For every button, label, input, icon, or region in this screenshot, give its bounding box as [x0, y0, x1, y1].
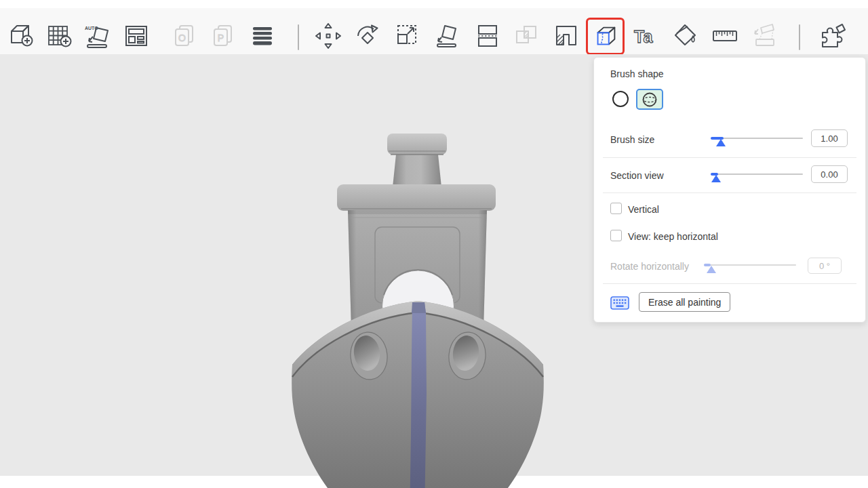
keep-horizontal-checkbox[interactable] — [610, 230, 622, 241]
split-objects-glyph: O — [178, 33, 186, 43]
brush-shape-circle-option[interactable] — [612, 90, 629, 108]
arrange-icon[interactable] — [121, 20, 152, 52]
rotate-horizontally-value[interactable]: 0 ° — [808, 258, 842, 274]
assembly-icon[interactable] — [749, 20, 780, 52]
seam-painting-active-highlight — [586, 18, 625, 55]
split-to-objects-icon[interactable]: O — [170, 20, 201, 52]
section-view-value[interactable]: 0.00 — [811, 165, 848, 183]
text-tool-icon[interactable]: Ta — [631, 20, 662, 52]
benchy-chimney — [387, 134, 447, 187]
vertical-label: Vertical — [628, 204, 659, 215]
split-parts-glyph: P — [218, 33, 224, 43]
variable-layer-height-icon[interactable] — [247, 20, 278, 52]
brush-size-slider[interactable] — [711, 133, 803, 145]
mesh-boolean-icon[interactable] — [511, 20, 542, 52]
rotate-horizontally-label: Rotate horizontally — [610, 261, 689, 272]
circle-brush-icon — [612, 91, 629, 107]
assembly-view-icon[interactable] — [816, 20, 848, 52]
section-view-slider[interactable] — [711, 169, 803, 181]
add-plate-icon[interactable] — [43, 20, 75, 52]
support-painting-icon[interactable] — [551, 20, 582, 52]
keep-horizontal-label: View: keep horizontal — [628, 231, 718, 242]
keyboard-shortcut-icon[interactable] — [610, 296, 629, 310]
toolbar-separator — [799, 24, 800, 50]
brush-shape-label: Brush shape — [610, 68, 664, 79]
seam-painting-icon[interactable] — [590, 21, 621, 52]
measure-icon[interactable] — [709, 20, 741, 52]
split-to-parts-icon[interactable]: P — [208, 20, 239, 52]
benchy-model[interactable] — [277, 122, 557, 488]
auto-orient-icon[interactable]: AUTO — [82, 20, 113, 52]
sphere-brush-icon — [642, 92, 658, 108]
text-tool-glyph: Ta — [634, 27, 653, 46]
scale-icon[interactable] — [391, 20, 422, 52]
panel-divider — [603, 192, 856, 193]
seam-painting-panel: Brush shape Brush size 1.00 Section view… — [593, 57, 866, 323]
main-toolbar: AUTO O P — [0, 8, 868, 54]
section-view-label: Section view — [610, 170, 664, 181]
erase-all-painting-button[interactable]: Erase all painting — [639, 292, 730, 312]
move-icon[interactable] — [313, 20, 344, 52]
panel-divider — [603, 283, 856, 284]
painted-seam-stripe — [410, 302, 427, 488]
rotate-icon[interactable] — [352, 20, 383, 52]
panel-divider — [603, 157, 856, 158]
cut-icon[interactable] — [472, 20, 503, 52]
brush-shape-sphere-option-selected[interactable] — [636, 89, 663, 110]
vertical-checkbox[interactable] — [610, 203, 622, 214]
brush-size-value[interactable]: 1.00 — [811, 129, 848, 147]
brush-size-label: Brush size — [610, 134, 654, 145]
rotate-horizontally-slider[interactable] — [704, 260, 796, 272]
toolbar-separator — [298, 24, 299, 50]
benchy-cabin-roof — [337, 184, 496, 211]
add-object-icon[interactable] — [5, 20, 37, 52]
slicer-app: { "toolbar": { "auto_label": "AUTO", "sp… — [0, 0, 868, 488]
lay-on-face-icon[interactable] — [431, 20, 462, 52]
color-painting-icon[interactable] — [670, 20, 701, 52]
